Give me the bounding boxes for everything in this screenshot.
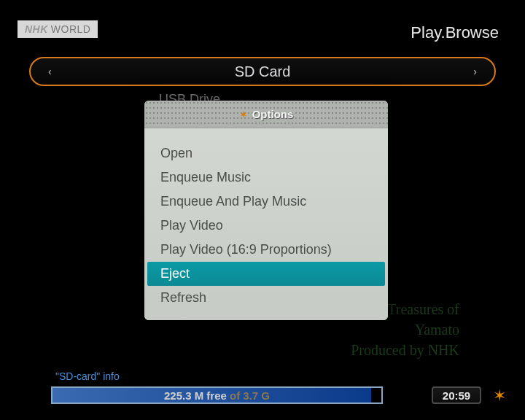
menu-item-enqueue-music[interactable]: Enqueue Music	[144, 166, 388, 190]
next-device-arrow[interactable]: ›	[473, 66, 477, 77]
app-title: Play.Browse	[411, 23, 499, 42]
dialog-title: Options	[252, 108, 294, 120]
logo-nhk-text: NHK	[25, 23, 48, 35]
device-selector[interactable]: ‹ SD Card ›	[29, 57, 496, 86]
activity-icon: ✶	[493, 386, 506, 405]
clock: 20:59	[432, 386, 481, 404]
options-icon: ✶	[239, 109, 248, 120]
storage-text: 225.3 M free of 3.7 G	[164, 389, 270, 402]
menu-item-enqueue-play-music[interactable]: Enqueue And Play Music	[144, 190, 388, 214]
storage-info-label: "SD-card" info	[55, 370, 120, 382]
bg-producer: Produced by NHK	[334, 340, 459, 360]
options-dialog: ✶ Options Open Enqueue Music Enqueue And…	[144, 101, 388, 320]
storage-free-text: 225.3 M free	[164, 389, 227, 402]
menu-item-open[interactable]: Open	[144, 141, 388, 166]
logo-world-text: WORLD	[51, 23, 91, 35]
dialog-header: ✶ Options	[144, 101, 388, 128]
bg-title-line2: Yamato	[334, 319, 459, 340]
menu-item-play-video[interactable]: Play Video	[144, 214, 388, 238]
menu-item-eject[interactable]: Eject	[147, 262, 385, 286]
prev-device-arrow[interactable]: ‹	[48, 66, 52, 77]
storage-total-text: of 3.7 G	[227, 389, 270, 402]
options-menu: Open Enqueue Music Enqueue And Play Musi…	[144, 128, 388, 320]
channel-logo: NHKWORLD	[18, 20, 98, 38]
storage-progress-bar: 225.3 M free of 3.7 G	[51, 386, 383, 404]
menu-item-play-video-169[interactable]: Play Video (16:9 Proportions)	[144, 238, 388, 262]
device-label: SD Card	[235, 63, 291, 80]
menu-item-refresh[interactable]: Refresh	[144, 286, 388, 310]
